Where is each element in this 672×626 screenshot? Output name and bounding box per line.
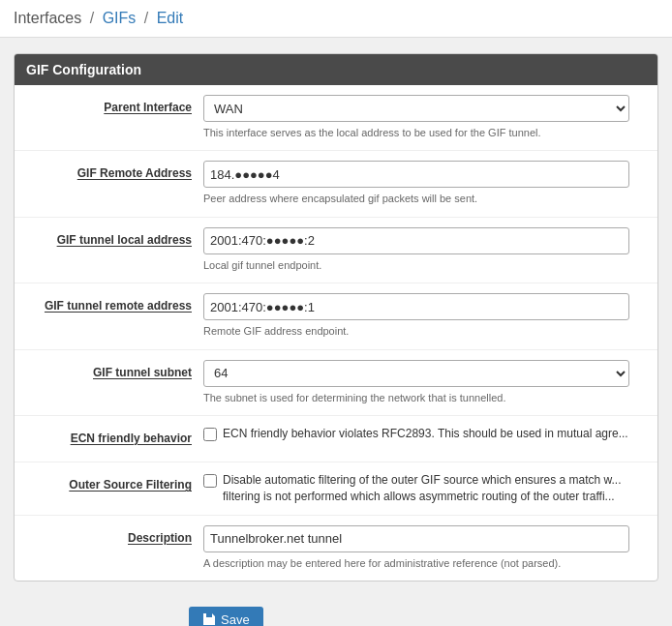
gif-remote-address-row: GIF Remote Address Peer address where en… (15, 151, 657, 217)
gif-remote-address-label: GIF Remote Address (24, 161, 203, 182)
gif-tunnel-subnet-select[interactable]: 48 64 128 (203, 360, 629, 387)
outer-source-filtering-row: Outer Source Filtering Disable automatic… (15, 462, 657, 516)
breadcrumb-interfaces: Interfaces (14, 10, 81, 26)
gif-tunnel-subnet-row: GIF tunnel subnet 48 64 128 The subnet i… (15, 350, 657, 416)
breadcrumb-edit[interactable]: Edit (157, 10, 184, 26)
gif-tunnel-remote-input[interactable] (203, 293, 629, 320)
outer-source-filtering-label: Outer Source Filtering (24, 472, 203, 493)
parent-interface-helper: This interface serves as the local addre… (203, 126, 648, 140)
ecn-friendly-checkbox[interactable] (203, 428, 217, 441)
gif-tunnel-remote-content: Remote GIF address endpoint. (203, 293, 648, 339)
description-input[interactable] (203, 525, 629, 552)
description-helper: A description may be entered here for ad… (203, 556, 648, 571)
gif-tunnel-local-label: GIF tunnel local address (24, 227, 203, 249)
breadcrumb-gifs[interactable]: GIFs (103, 10, 137, 26)
ecn-friendly-content: ECN friendly behavior violates RFC2893. … (203, 426, 648, 442)
form-actions: Save (0, 597, 672, 626)
gif-tunnel-subnet-label: GIF tunnel subnet (24, 360, 203, 381)
description-row: Description A description may be entered… (15, 516, 657, 581)
gif-tunnel-remote-label: GIF tunnel remote address (24, 293, 203, 314)
gif-tunnel-local-content: Local gif tunnel endpoint. (203, 227, 648, 273)
gif-tunnel-remote-helper: Remote GIF address endpoint. (203, 324, 648, 339)
description-content: A description may be entered here for ad… (203, 525, 648, 571)
gif-tunnel-subnet-content: 48 64 128 The subnet is used for determi… (203, 360, 648, 405)
outer-source-filtering-content: Disable automatic filtering of the outer… (203, 472, 648, 505)
parent-interface-select[interactable]: WAN LAN OPT1 OPT2 (203, 95, 629, 122)
gif-remote-address-wrapper (203, 161, 648, 188)
gif-configuration-panel: GIF Configuration Parent Interface WAN L… (14, 53, 658, 581)
outer-source-filtering-checkbox[interactable] (203, 474, 217, 488)
description-label: Description (24, 525, 203, 547)
parent-interface-row: Parent Interface WAN LAN OPT1 OPT2 This … (15, 85, 657, 151)
outer-source-checkbox-row: Disable automatic filtering of the outer… (203, 472, 648, 505)
parent-interface-label: Parent Interface (24, 95, 203, 116)
ecn-friendly-label: ECN friendly behavior (24, 426, 203, 447)
outer-source-filtering-label-text: Disable automatic filtering of the outer… (223, 472, 648, 505)
save-button[interactable]: Save (189, 607, 263, 626)
sep2: / (144, 10, 148, 26)
gif-remote-address-content: Peer address where encapsulated gif pack… (203, 161, 648, 206)
gif-tunnel-local-input[interactable] (203, 227, 629, 254)
gif-remote-address-helper: Peer address where encapsulated gif pack… (203, 192, 648, 206)
breadcrumb: Interfaces / GIFs / Edit (0, 0, 672, 38)
gif-tunnel-local-helper: Local gif tunnel endpoint. (203, 258, 648, 273)
ecn-friendly-row: ECN friendly behavior ECN friendly behav… (15, 416, 657, 462)
gif-tunnel-subnet-helper: The subnet is used for determining the n… (203, 391, 648, 405)
ecn-friendly-checkbox-row: ECN friendly behavior violates RFC2893. … (203, 426, 648, 442)
gif-tunnel-local-row: GIF tunnel local address Local gif tunne… (15, 218, 657, 283)
ecn-friendly-checkbox-label: ECN friendly behavior violates RFC2893. … (223, 426, 628, 442)
parent-interface-content: WAN LAN OPT1 OPT2 This interface serves … (203, 95, 648, 140)
gif-remote-address-input[interactable] (203, 161, 629, 188)
panel-body: Parent Interface WAN LAN OPT1 OPT2 This … (15, 85, 657, 581)
panel-title: GIF Configuration (15, 54, 657, 85)
sep1: / (90, 10, 94, 26)
save-icon (202, 612, 216, 626)
gif-tunnel-remote-row: GIF tunnel remote address Remote GIF add… (15, 283, 657, 349)
